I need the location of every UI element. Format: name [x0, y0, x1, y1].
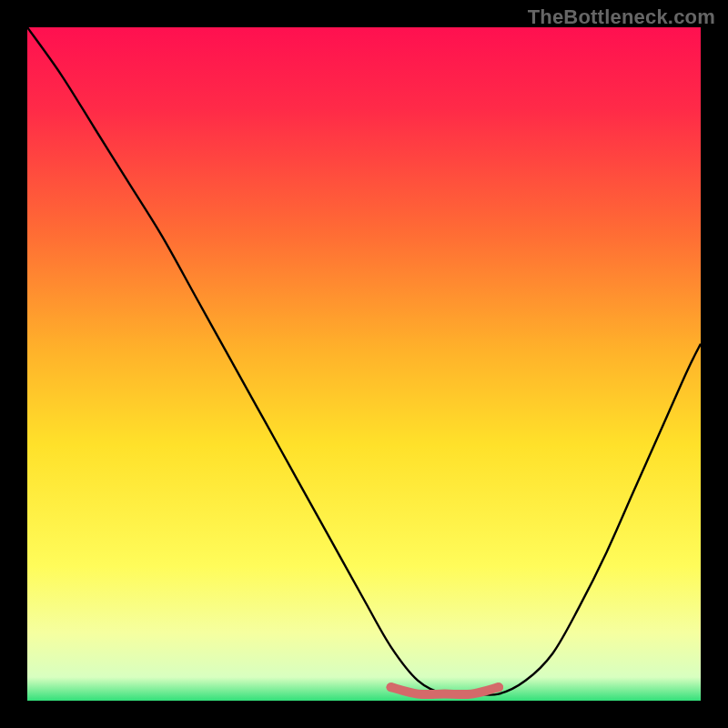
chart-frame: TheBottleneck.com — [0, 0, 728, 728]
optimal-band-right-dot — [494, 682, 503, 692]
optimal-band-left-dot — [387, 682, 396, 692]
plot-svg — [27, 27, 701, 701]
watermark-text: TheBottleneck.com — [528, 5, 715, 29]
bottleneck-plot — [27, 27, 701, 701]
